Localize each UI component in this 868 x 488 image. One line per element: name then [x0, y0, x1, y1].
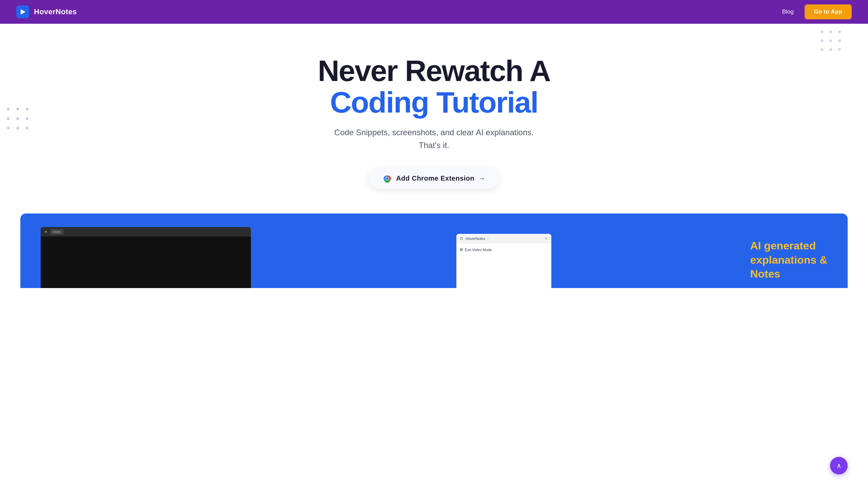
- svg-marker-0: [21, 9, 25, 15]
- hero-title-line2: Coding Tutorial: [318, 87, 550, 118]
- dot-left: [16, 127, 19, 129]
- dot: [829, 30, 832, 33]
- navbar-actions: Blog Go to App: [782, 4, 852, 19]
- dot-left: [26, 127, 28, 129]
- dot: [829, 39, 832, 42]
- demo-ai-text-line2: explanations &: [750, 254, 827, 266]
- dot: [821, 39, 823, 42]
- play-icon: [19, 8, 26, 16]
- decorative-dots-left: [7, 108, 28, 129]
- hero-title-line1: Never Rewatch A: [318, 55, 550, 86]
- panel-chevron-icon: ›: [487, 237, 489, 241]
- hero-title: Never Rewatch A Coding Tutorial: [318, 55, 550, 118]
- dot-left: [26, 117, 28, 120]
- demo-section: ✕ Hide 🗒 HoverNotes › ✕ ⊠ Exit Video Mod…: [20, 214, 848, 288]
- demo-hide-button[interactable]: Hide: [50, 229, 63, 235]
- chrome-icon: [382, 174, 392, 183]
- demo-panel-content: ⊠ Exit Video Mode: [456, 243, 551, 256]
- dot: [838, 48, 841, 51]
- navbar: HoverNotes Blog Go to App: [0, 0, 868, 24]
- demo-panel: 🗒 HoverNotes › ✕ ⊠ Exit Video Mode: [456, 234, 551, 288]
- demo-video-container: ✕ Hide: [41, 227, 251, 288]
- svg-point-3: [386, 177, 389, 180]
- panel-close-icon[interactable]: ✕: [545, 236, 548, 241]
- dot-left: [16, 108, 19, 110]
- dot: [838, 39, 841, 42]
- add-chrome-extension-button[interactable]: Add Chrome Extension →: [369, 168, 499, 189]
- dot: [821, 30, 823, 33]
- dot: [829, 48, 832, 51]
- hovernotes-panel-icon: 🗒: [460, 237, 463, 241]
- dot: [821, 48, 823, 51]
- exit-video-label: Exit Video Mode: [465, 248, 492, 252]
- demo-video-topbar: ✕ Hide: [41, 227, 251, 237]
- demo-panel-title: 🗒 HoverNotes ›: [460, 237, 489, 241]
- logo-icon: [16, 5, 29, 18]
- cta-label: Add Chrome Extension: [396, 175, 474, 182]
- exit-video-icon: ⊠: [460, 247, 463, 252]
- dot-left: [16, 117, 19, 120]
- decorative-dots-top-right: [821, 30, 841, 51]
- demo-panel-topbar: 🗒 HoverNotes › ✕: [456, 234, 551, 243]
- demo-close-icon: ✕: [44, 229, 47, 234]
- blog-link[interactable]: Blog: [782, 8, 794, 15]
- demo-video-content: [41, 237, 251, 288]
- dot-left: [7, 117, 9, 120]
- go-to-app-button[interactable]: Go to App: [805, 4, 852, 19]
- exit-video-mode-item[interactable]: ⊠ Exit Video Mode: [460, 246, 548, 253]
- demo-ai-text-line3: Notes: [750, 268, 780, 280]
- demo-ai-text-line1: AI generated: [750, 240, 816, 252]
- demo-ai-text: AI generated explanations & Notes: [750, 239, 827, 281]
- navbar-brand-section: HoverNotes: [16, 5, 77, 18]
- dot: [838, 30, 841, 33]
- hovernotes-panel-label: HoverNotes: [466, 237, 485, 241]
- brand-name: HoverNotes: [34, 7, 77, 16]
- cta-arrow-icon: →: [478, 175, 486, 182]
- hero-subtitle: Code Snippets, screenshots, and clear AI…: [332, 126, 536, 152]
- dot-left: [26, 108, 28, 110]
- dot-left: [7, 108, 9, 110]
- dot-left: [7, 127, 9, 129]
- hero-section: Never Rewatch A Coding Tutorial Code Sni…: [0, 24, 868, 214]
